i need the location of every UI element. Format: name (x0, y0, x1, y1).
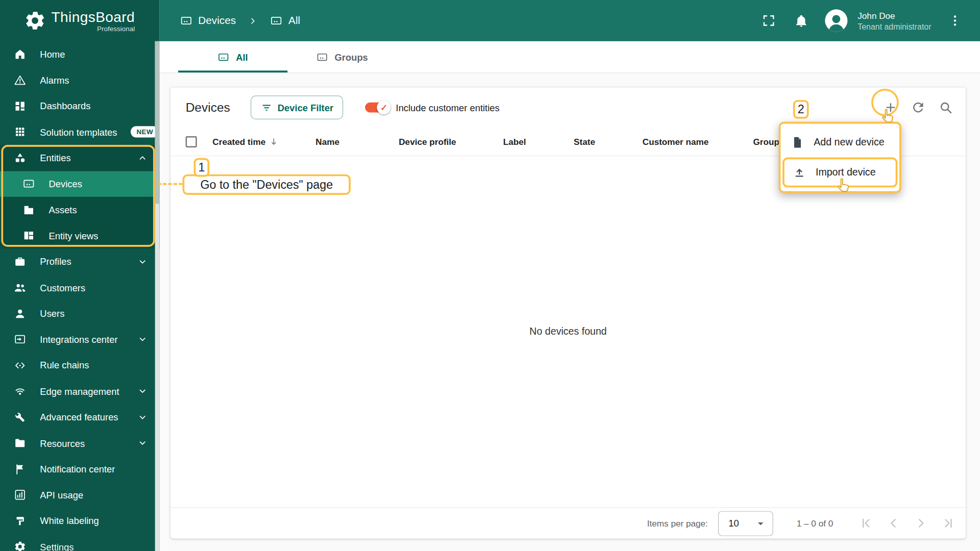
include-customer-entities-toggle[interactable]: ✓ (365, 103, 389, 113)
sidebar-item-label: Advanced features (40, 412, 118, 422)
paint-icon (14, 515, 26, 527)
notifications-button[interactable] (793, 12, 810, 29)
page-size-value: 10 (728, 518, 739, 529)
top-header: Devices All John Doe Tenant administrato… (159, 0, 980, 41)
chevron-up-icon (137, 152, 148, 163)
plus-icon (883, 100, 898, 115)
sidebar-item-profiles[interactable]: Profiles (0, 248, 159, 274)
sidebar-item-alarms[interactable]: Alarms (0, 67, 159, 93)
column-header-label[interactable]: Label (503, 137, 574, 147)
sidebar-item-label: Solution templates (40, 127, 117, 137)
column-header-name[interactable]: Name (315, 137, 399, 147)
menu-item-import-device[interactable]: Import device (782, 158, 897, 188)
sidebar-item-assets[interactable]: Assets (0, 197, 159, 223)
refresh-button[interactable] (904, 94, 932, 121)
breadcrumb-label: All (288, 14, 300, 27)
chevron-down-icon (137, 437, 148, 448)
sort-desc-icon (268, 136, 279, 147)
dashboard-icon (14, 100, 26, 112)
device-filter-label: Device Filter (278, 102, 333, 113)
app-edition: Professional (51, 25, 135, 33)
sidebar-item-edge-management[interactable]: Edge management (0, 378, 159, 404)
search-button[interactable] (932, 94, 960, 121)
column-header-created-time[interactable]: Created time (212, 136, 315, 147)
filter-icon (261, 102, 273, 113)
devices-icon (271, 14, 283, 27)
app-name: ThingsBoard (51, 9, 135, 26)
page-size-select[interactable]: 10 (718, 511, 773, 536)
apps-grid-icon (14, 126, 26, 138)
sidebar-item-resources[interactable]: Resources (0, 430, 159, 456)
add-device-button[interactable] (877, 94, 904, 121)
entity-views-icon (22, 230, 35, 242)
tab-all[interactable]: All (178, 41, 287, 72)
sidebar-item-label: Edge management (40, 386, 119, 396)
breadcrumb-devices[interactable]: Devices (180, 14, 236, 27)
sidebar-item-advanced-features[interactable]: Advanced features (0, 404, 159, 430)
warning-icon (14, 74, 26, 86)
last-page-button[interactable] (935, 510, 962, 537)
people-icon (14, 281, 26, 293)
person-icon (14, 307, 26, 319)
next-page-button[interactable] (907, 510, 935, 537)
chevron-down-icon (137, 256, 148, 267)
sidebar-item-label: Assets (49, 205, 77, 215)
sidebar-item-home[interactable]: Home (0, 41, 159, 67)
sidebar-item-integrations-center[interactable]: Integrations center (0, 327, 159, 353)
briefcase-icon (14, 256, 26, 268)
thingsboard-gear-icon (24, 9, 46, 32)
sidebar-item-label: Profiles (40, 256, 71, 267)
app-logo[interactable]: ThingsBoard Professional (0, 0, 159, 41)
assets-icon (22, 204, 35, 216)
sidebar-item-settings[interactable]: Settings (0, 534, 159, 551)
sidebar-item-notification-center[interactable]: Notification center (0, 456, 159, 482)
tab-groups[interactable]: Groups (287, 41, 397, 72)
devices-icon (180, 14, 192, 27)
sidebar-item-label: Entities (40, 153, 70, 163)
refresh-icon (911, 100, 925, 115)
sidebar-item-users[interactable]: Users (0, 300, 159, 327)
sidebar-item-white-labeling[interactable]: White labeling (0, 508, 159, 534)
breadcrumb-all[interactable]: All (271, 14, 301, 27)
last-page-icon (941, 516, 955, 530)
page-title: Devices (186, 101, 230, 115)
sidebar-item-solution-templates[interactable]: Solution templates NEW (0, 119, 159, 145)
sidebar-item-label: Dashboards (40, 101, 90, 111)
column-header-device-profile[interactable]: Device profile (399, 137, 503, 147)
caret-down-icon (753, 516, 767, 530)
tab-label: All (236, 52, 248, 62)
sidebar-item-label: Resources (40, 438, 85, 448)
select-all-checkbox[interactable] (186, 136, 197, 147)
sidebar-item-label: Alarms (40, 75, 69, 86)
sidebar-item-label: Users (40, 308, 64, 319)
column-header-customer-name[interactable]: Customer name (643, 137, 753, 147)
sidebar-item-rule-chains[interactable]: Rule chains (0, 353, 159, 379)
column-header-state[interactable]: State (574, 137, 643, 147)
home-icon (14, 48, 26, 60)
previous-page-button[interactable] (879, 510, 907, 537)
more-menu-button[interactable] (946, 12, 964, 29)
chevron-right-icon (914, 516, 928, 530)
sidebar-item-entities[interactable]: Entities (0, 145, 159, 171)
sidebar-item-api-usage[interactable]: API usage (0, 482, 159, 508)
sidebar: ThingsBoard Professional Home Alarms Das… (0, 0, 159, 551)
kebab-menu-icon (947, 13, 962, 28)
folder-icon (14, 437, 26, 449)
chevron-right-icon (248, 15, 258, 26)
devices-group-icon (316, 51, 328, 63)
menu-item-add-new-device[interactable]: Add new device (782, 128, 897, 158)
sidebar-item-customers[interactable]: Customers (0, 274, 159, 300)
sidebar-item-entity-views[interactable]: Entity views (0, 223, 159, 249)
toggle-label: Include customer entities (396, 102, 500, 113)
fullscreen-button[interactable] (760, 12, 777, 29)
sidebar-item-label: Devices (49, 179, 82, 189)
sidebar-item-label: Home (40, 49, 65, 60)
user-name: John Doe (857, 10, 931, 20)
sidebar-scrollbar[interactable] (155, 41, 160, 551)
sidebar-item-devices[interactable]: Devices (0, 171, 159, 197)
avatar[interactable] (825, 9, 848, 32)
first-page-button[interactable] (852, 510, 879, 537)
sidebar-item-dashboards[interactable]: Dashboards (0, 93, 159, 119)
device-filter-button[interactable]: Device Filter (251, 95, 343, 119)
edge-wifi-icon (14, 385, 26, 397)
